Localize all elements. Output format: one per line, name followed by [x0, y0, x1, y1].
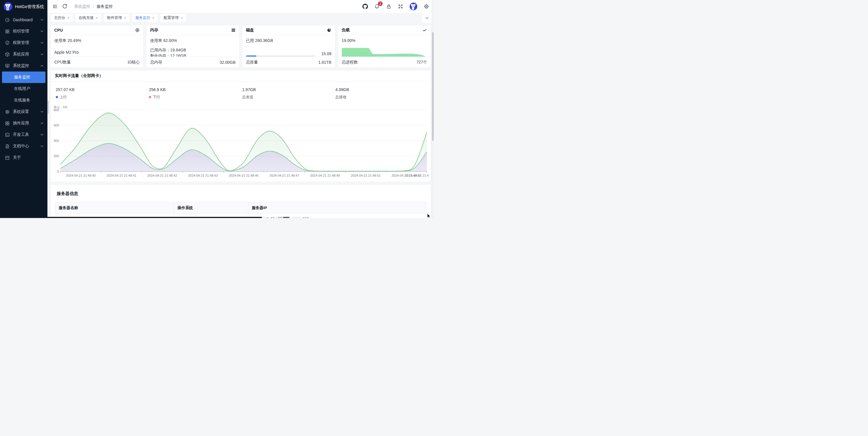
load-pulse-icon — [423, 28, 427, 32]
net-stat-label: 上行 — [56, 95, 149, 100]
chevron-down-icon — [40, 133, 44, 136]
sidebar-item-dashboard[interactable]: Dashboard — [0, 14, 48, 26]
collapse-sidebar-icon[interactable] — [52, 4, 58, 9]
memory-footer-value: 32.00GB — [220, 60, 236, 65]
sidebar-item-organization[interactable]: 组织管理 — [0, 26, 48, 37]
chevron-down-icon — [40, 110, 44, 113]
sidebar-item-system-app[interactable]: 系统应用 — [0, 48, 48, 60]
breadcrumb-separator: / — [93, 4, 94, 9]
tab-label: 在线充值 — [79, 15, 94, 21]
load-card-title: 负载 — [342, 28, 350, 33]
net-stat-1: 256.9 KB 下行 — [149, 87, 242, 100]
sidebar-item-label: 系统监控 — [13, 63, 40, 68]
disk-progress-row: 15.09 % — [246, 51, 331, 57]
app-title: HotGo管理系统 — [15, 4, 44, 9]
svg-text:2024-04-21 21:48:41: 2024-04-21 21:48:41 — [106, 174, 136, 177]
breadcrumb-current[interactable]: 服务监控 — [97, 4, 113, 9]
terminal-icon — [5, 132, 10, 137]
sidebar-item-label: 关于 — [13, 155, 44, 160]
tab-2[interactable]: 附件管理 × — [104, 14, 129, 22]
network-traffic-panel: 实时网卡流量（全部网卡） 257.07 KB 上行 256.9 KB 下行 1.… — [50, 70, 431, 182]
net-stat-0: 257.07 KB 上行 — [56, 87, 149, 100]
disk-percent-label: 15.09 % — [318, 51, 331, 57]
sidebar-item-dev-tools[interactable]: 开发工具 — [0, 129, 48, 140]
app-window: HotGo管理系统 Dashboard 组织管理 权限管理 系统应用 系统监控 … — [0, 0, 434, 218]
tab-close-icon[interactable]: × — [67, 16, 69, 20]
tab-close-icon[interactable]: × — [152, 16, 155, 20]
lock-screen-icon[interactable] — [386, 4, 392, 9]
sidebar-item-label: 组织管理 — [13, 29, 40, 34]
sidebar-menu: Dashboard 组织管理 权限管理 系统应用 系统监控 服务监控 在线用户 … — [0, 13, 48, 218]
table-header-cell: 服务器名称 — [55, 202, 174, 214]
github-icon[interactable] — [363, 4, 368, 9]
app-logo[interactable]: HotGo管理系统 — [0, 0, 48, 13]
top-header: 系统监控 / 服务监控 1 — [48, 0, 434, 13]
sidebar-subitem-label: 在线用户 — [14, 86, 30, 91]
svg-text:0: 0 — [57, 170, 59, 173]
network-traffic-chart: 单位：KB02004006008002024-04-21 21:48:40202… — [53, 105, 429, 181]
tab-1[interactable]: 在线充值 × — [75, 14, 101, 22]
svg-text:600: 600 — [54, 124, 59, 127]
memory-free: 剩余内存：12.16GB — [150, 53, 236, 57]
disk-footer-label: 总容量 — [246, 60, 258, 65]
sidebar-item-about[interactable]: 关于 — [0, 152, 48, 163]
sidebar-item-label: 文档中心 — [13, 144, 40, 149]
tab-close-icon[interactable]: × — [96, 16, 98, 20]
content-mini-scrollbar-thumb[interactable] — [48, 101, 49, 114]
settings-gear-icon[interactable] — [424, 4, 429, 9]
cpu-footer-value: 10核心 — [127, 60, 140, 65]
cpu-card-title: CPU — [54, 28, 63, 32]
tab-3[interactable]: 服务监控 × — [132, 14, 158, 22]
tab-4[interactable]: 配置管理 × — [160, 14, 186, 22]
memory-footer-label: 总内存 — [150, 60, 162, 65]
fullscreen-icon[interactable] — [398, 4, 403, 9]
sidebar-subitem-service-monitor[interactable]: 服务监控 — [2, 71, 45, 83]
notification-badge: 1 — [378, 1, 382, 6]
sidebar: HotGo管理系统 Dashboard 组织管理 权限管理 系统应用 系统监控 … — [0, 0, 48, 218]
document-icon — [5, 144, 10, 149]
sidebar-item-label: 插件应用 — [13, 121, 40, 126]
sidebar-item-plugin-app[interactable]: 插件应用 — [0, 118, 48, 129]
sidebar-subitem-label: 服务监控 — [14, 75, 30, 80]
tab-list-dropdown-button[interactable] — [422, 13, 432, 23]
koala-logo-icon — [4, 2, 12, 11]
net-stat-2: 1.97GB 总发送 — [242, 87, 335, 100]
sidebar-item-label: Dashboard — [13, 18, 40, 22]
tab-bar: 主控台 × 在线充值 × 附件管理 × 服务监控 × 配置管理 × — [48, 13, 434, 23]
content-area: CPU 使用率 20.49% Apple M2 Pro — [48, 23, 434, 218]
sidebar-subitem-label: 在线服务 — [14, 98, 30, 103]
cpu-model: Apple M2 Pro — [54, 50, 140, 55]
server-ip-cell: 191.27 / .238 — [248, 214, 426, 218]
chevron-down-icon — [40, 122, 44, 125]
server-info-title: 服务器信息 — [55, 191, 427, 197]
refresh-icon[interactable] — [62, 4, 67, 9]
svg-text:2024-04-21 21:4: 2024-04-21 21:4 — [405, 174, 429, 177]
tab-0[interactable]: 主控台 × — [51, 14, 73, 22]
sidebar-subitem-online-services[interactable]: 在线服务 — [2, 95, 45, 106]
load-card: 负载 19.00% — [338, 25, 431, 68]
horizontal-scrollbar-thumb[interactable] — [48, 217, 262, 218]
sidebar-item-permission[interactable]: 权限管理 — [0, 37, 48, 48]
sidebar-item-label: 系统设置 — [13, 109, 40, 114]
notification-bell[interactable]: 1 — [374, 4, 380, 9]
vertical-scrollbar-track[interactable] — [432, 0, 434, 218]
vertical-scrollbar-thumb[interactable] — [432, 32, 434, 141]
svg-text:2024-04-21 21:48:51: 2024-04-21 21:48:51 — [351, 174, 380, 177]
sidebar-subitem-online-users[interactable]: 在线用户 — [2, 83, 45, 95]
tab-close-icon[interactable]: × — [181, 16, 183, 20]
cube-icon — [5, 52, 10, 57]
memory-usage: 使用率 62.00% — [150, 38, 236, 43]
sidebar-item-doc-center[interactable]: 文档中心 — [0, 140, 48, 152]
sidebar-item-label: 开发工具 — [13, 132, 40, 137]
tab-label: 配置管理 — [163, 15, 179, 21]
svg-text:2024-04-21 21:48:40: 2024-04-21 21:48:40 — [66, 174, 95, 177]
tab-close-icon[interactable]: × — [124, 16, 126, 20]
chevron-down-icon — [40, 53, 44, 56]
user-avatar[interactable] — [409, 3, 417, 10]
sidebar-item-system-monitor[interactable]: 系统监控 — [0, 60, 48, 71]
breadcrumb-parent[interactable]: 系统监控 — [74, 4, 90, 9]
sidebar-item-system-settings[interactable]: 系统设置 — [0, 106, 48, 118]
disk-card-title: 磁盘 — [246, 28, 254, 33]
redacted-block — [278, 217, 282, 218]
disk-card: 磁盘 已用 280.36GB — [242, 25, 335, 68]
